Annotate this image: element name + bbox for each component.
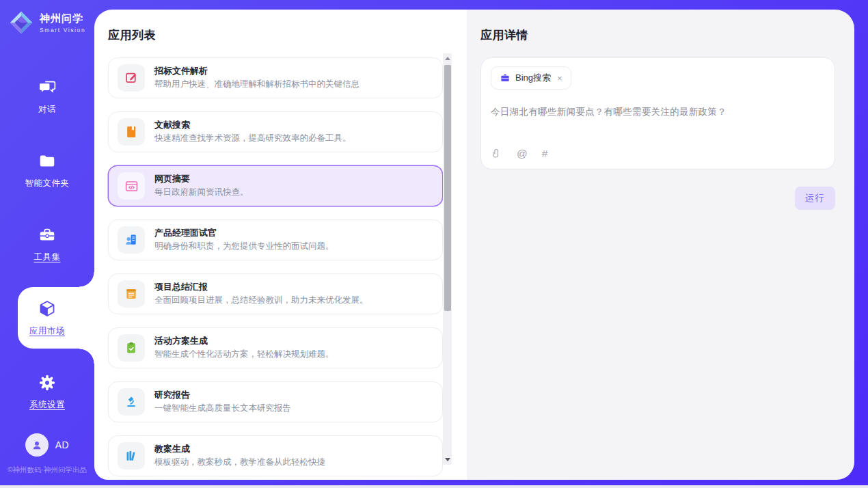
app-card-literature-search[interactable]: 文献搜索 快速精准查找学术资源，提高研究效率的必备工具。	[108, 111, 443, 152]
scroll-down-arrow-icon[interactable]	[445, 458, 450, 461]
app-card-desc: 全面回顾项目进展，总结经验教训，助力未来优化发展。	[154, 295, 368, 306]
app-card-desc: 明确身份和职责，为您提供专业性的面试问题。	[154, 241, 334, 252]
paperclip-icon[interactable]	[491, 148, 502, 159]
app-window: 神州问学 Smart Vision 对话	[0, 0, 868, 488]
brand-text: 神州问学 Smart Vision	[40, 12, 85, 33]
chat-icon	[37, 77, 57, 98]
app-card-text: 研究报告 一键智能生成高质量长文本研究报告	[154, 390, 291, 415]
app-card-research-report[interactable]: 研究报告 一键智能生成高质量长文本研究报告	[108, 381, 443, 422]
sidebar-bottom: AD ©神州数码·神州问学出品	[0, 433, 94, 480]
brand-logo: 神州问学 Smart Vision	[0, 0, 94, 36]
cube-icon	[37, 299, 57, 319]
app-detail-title: 应用详情	[480, 27, 835, 43]
sidebar-item-label: 系统设置	[29, 399, 65, 411]
user-icon	[30, 438, 44, 452]
toolbox-icon	[37, 225, 57, 245]
note-icon	[118, 280, 145, 308]
scroll-up-arrow-icon[interactable]	[445, 57, 450, 60]
query-card[interactable]: Bing搜索 × 今日湖北有哪些新闻要点？有哪些需要关注的最新政策？ @ #	[480, 57, 835, 170]
books-icon	[118, 442, 145, 470]
app-card-bid-parse[interactable]: 招标文件解析 帮助用户快速、准确地理解和解析招标书中的关键信息	[108, 57, 443, 98]
hash-icon[interactable]: #	[542, 148, 548, 159]
pen-square-icon	[118, 64, 145, 92]
app-card-text: 项目总结汇报 全面回顾项目进展，总结经验教训，助力未来优化发展。	[154, 282, 368, 307]
clipboard-check-icon	[118, 334, 145, 362]
app-card-text: 教案生成 模板驱动，教案秒成，教学准备从此轻松快捷	[154, 444, 325, 469]
briefcase-icon	[500, 72, 511, 83]
tool-tag-bing-search[interactable]: Bing搜索 ×	[491, 66, 571, 90]
avatar[interactable]	[25, 433, 49, 457]
app-card-text: 网页摘要 每日政府新闻资讯快查。	[154, 174, 249, 199]
app-card-list: 招标文件解析 帮助用户快速、准确地理解和解析招标书中的关键信息 文献搜索 快速精…	[108, 57, 443, 476]
app-card-web-summary[interactable]: 网页摘要 每日政府新闻资讯快查。	[108, 165, 443, 206]
app-card-title: 招标文件解析	[154, 66, 360, 77]
copyright-footer: ©神州数码·神州问学出品	[0, 465, 94, 480]
scrollbar[interactable]	[443, 53, 452, 465]
app-list-title: 应用列表	[108, 27, 467, 43]
brand-name: 神州问学	[40, 12, 85, 25]
app-list-panel: 应用列表 招标文件解析 帮助用户快速、准确地理解和解析招标书中的关键信息	[94, 10, 467, 480]
app-card-lesson-plan[interactable]: 教案生成 模板驱动，教案秒成，教学准备从此轻松快捷	[108, 435, 443, 476]
app-card-text: 活动方案生成 智能生成个性化活动方案，轻松解决规划难题。	[154, 336, 334, 361]
app-card-text: 文献搜索 快速精准查找学术资源，提高研究效率的必备工具。	[154, 120, 351, 145]
app-card-title: 活动方案生成	[154, 336, 334, 347]
sidebar-item-smart-folders[interactable]: 智能文件夹	[0, 141, 94, 199]
app-card-text: 产品经理面试官 明确身份和职责，为您提供专业性的面试问题。	[154, 228, 334, 253]
sidebar-item-label: 对话	[38, 104, 56, 116]
tool-tag-label: Bing搜索	[515, 72, 551, 84]
sidebar-item-label: 应用市场	[29, 325, 65, 337]
query-input[interactable]: 今日湖北有哪些新闻要点？有哪些需要关注的最新政策？	[491, 106, 727, 118]
app-card-desc: 模板驱动，教案秒成，教学准备从此轻松快捷	[154, 457, 325, 468]
microscope-icon	[118, 388, 145, 416]
app-card-title: 网页摘要	[154, 174, 249, 185]
clipboard-user-icon	[118, 226, 145, 254]
app-card-desc: 一键智能生成高质量长文本研究报告	[154, 403, 291, 414]
sidebar-item-chat[interactable]: 对话	[0, 68, 94, 125]
user-row: AD	[0, 433, 94, 457]
at-icon[interactable]: @	[517, 148, 528, 159]
user-initials: AD	[55, 439, 69, 450]
close-icon[interactable]: ×	[557, 73, 562, 83]
folder-icon	[37, 151, 57, 172]
scrollbar-thumb[interactable]	[444, 65, 451, 311]
app-card-pm-interviewer[interactable]: 产品经理面试官 明确身份和职责，为您提供专业性的面试问题。	[108, 219, 443, 260]
app-card-title: 研究报告	[154, 390, 291, 401]
sidebar-item-label: 工具集	[34, 252, 61, 263]
app-card-text: 招标文件解析 帮助用户快速、准确地理解和解析招标书中的关键信息	[154, 66, 360, 91]
app-card-desc: 帮助用户快速、准确地理解和解析招标书中的关键信息	[154, 79, 360, 90]
main-content: 应用列表 招标文件解析 帮助用户快速、准确地理解和解析招标书中的关键信息	[94, 10, 854, 480]
sidebar-item-app-market[interactable]: 应用市场	[0, 289, 94, 347]
run-button[interactable]: 运行	[795, 187, 835, 210]
brand-subtitle: Smart Vision	[40, 27, 85, 33]
app-card-desc: 智能生成个性化活动方案，轻松解决规划难题。	[154, 349, 334, 360]
diamond-logo-icon	[8, 10, 34, 36]
sidebar-nav: 对话 智能文件夹	[0, 68, 94, 420]
gear-icon	[37, 372, 57, 393]
app-detail-panel: 应用详情 Bing搜索 × 今日湖北有哪些新闻要点？有哪些需要关注的最新政策？	[467, 10, 854, 480]
browser-code-icon	[118, 172, 145, 200]
book-icon	[118, 118, 145, 146]
app-card-desc: 快速精准查找学术资源，提高研究效率的必备工具。	[154, 133, 351, 144]
app-card-event-plan[interactable]: 活动方案生成 智能生成个性化活动方案，轻松解决规划难题。	[108, 327, 443, 368]
app-card-title: 文献搜索	[154, 120, 351, 131]
app-card-title: 项目总结汇报	[154, 282, 368, 293]
attachment-toolbar: @ #	[491, 148, 547, 159]
app-card-project-summary[interactable]: 项目总结汇报 全面回顾项目进展，总结经验教训，助力未来优化发展。	[108, 273, 443, 314]
bottom-edge	[0, 485, 868, 488]
app-card-title: 教案生成	[154, 444, 325, 455]
sidebar: 神州问学 Smart Vision 对话	[0, 0, 94, 480]
sidebar-item-toolset[interactable]: 工具集	[0, 215, 94, 273]
app-card-desc: 每日政府新闻资讯快查。	[154, 187, 249, 198]
app-card-title: 产品经理面试官	[154, 228, 334, 239]
sidebar-item-settings[interactable]: 系统设置	[0, 363, 94, 420]
sidebar-item-label: 智能文件夹	[25, 178, 70, 189]
